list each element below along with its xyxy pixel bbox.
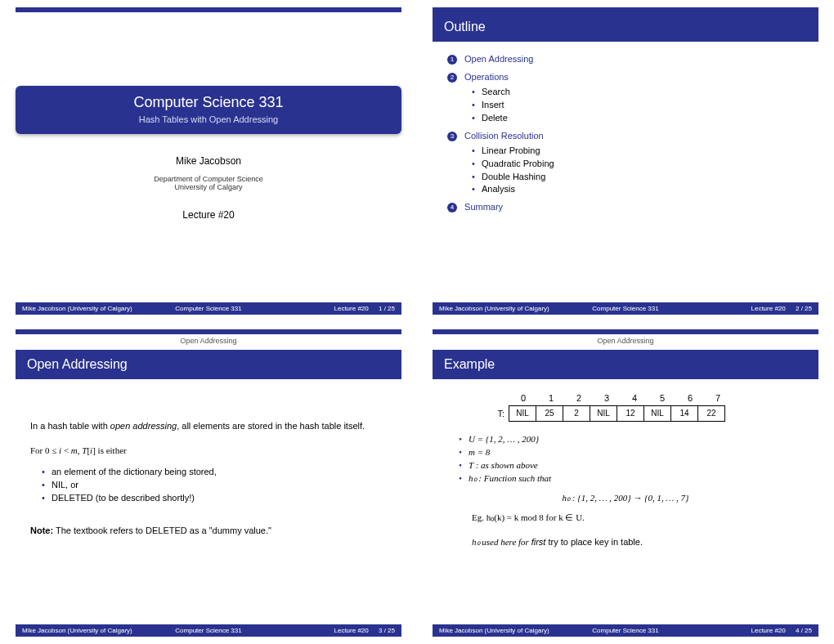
math-display: h₀ : {1, 2, … , 200} → {0, 1, … , 7}	[447, 492, 804, 505]
table-cell: 12	[617, 405, 644, 422]
footer-lecture: Lecture #20	[334, 305, 368, 312]
table-cell: 25	[536, 405, 563, 422]
closing-line: h₀ used here for first try to place key …	[472, 536, 804, 549]
enum-badge: 3	[447, 132, 457, 141]
outline-subitem: Double Hashing	[472, 171, 804, 184]
list-item: NIL, or	[42, 479, 387, 492]
footer-bar: Mike Jacobson (University of Calgary) Co…	[433, 302, 818, 315]
col-index: 0	[509, 392, 537, 405]
footer-page: 3 / 25	[379, 627, 395, 634]
section-heading: Outline	[433, 12, 818, 42]
table-cell: 2	[563, 405, 590, 422]
footer-page: 2 / 25	[796, 305, 812, 312]
enum-badge: 2	[447, 73, 457, 83]
course-title: Computer Science 331	[29, 94, 388, 111]
outline-list: 1 Open Addressing 2 Operations Search In…	[447, 53, 804, 214]
title-card: Computer Science 331 Hash Tables with Op…	[16, 86, 401, 134]
footer-course: Computer Science 331	[146, 627, 271, 634]
table-cell: 22	[697, 405, 725, 422]
list-item: an element of the dictionary being store…	[42, 466, 387, 479]
slide-open-addressing: Open Addressing Open Addressing In a has…	[0, 322, 417, 644]
footer-course: Computer Science 331	[563, 627, 688, 634]
breadcrumb: Open Addressing	[1, 334, 416, 350]
footer-bar: Mike Jacobson (University of Calgary) Co…	[16, 302, 401, 315]
slide-outline: Outline 1 Open Addressing 2 Operations S…	[417, 0, 834, 322]
footer-author: Mike Jacobson (University of Calgary)	[22, 305, 146, 312]
department-line-2: University of Calgary	[1, 183, 416, 191]
table-cell: 14	[670, 405, 698, 422]
breadcrumb: Open Addressing	[418, 334, 833, 350]
paragraph: In a hash table with open addressing, al…	[30, 420, 387, 433]
footer-author: Mike Jacobson (University of Calgary)	[439, 627, 563, 634]
list-item: DELETED (to be described shortly!)	[42, 492, 387, 505]
col-index: 2	[565, 392, 593, 405]
course-subtitle: Hash Tables with Open Addressing	[29, 114, 388, 124]
col-index: 7	[704, 392, 732, 405]
outline-subitem: Analysis	[472, 183, 804, 196]
list-item: U = {1, 2, … , 200}	[459, 433, 804, 446]
slide-title: Computer Science 331 Hash Tables with Op…	[0, 0, 417, 322]
outline-subitem: Insert	[472, 99, 804, 112]
outline-item: 4 Summary	[447, 201, 804, 214]
outline-label: Summary	[464, 202, 503, 212]
col-index: 5	[648, 392, 676, 405]
table-cell: NIL	[509, 405, 536, 422]
list-item: T : as shown above	[459, 459, 804, 472]
list-item: m = 8	[459, 446, 804, 459]
table-cell: NIL	[590, 405, 617, 422]
outline-item: 2 Operations Search Insert Delete	[447, 71, 804, 125]
footer-page: 4 / 25	[796, 627, 812, 634]
lecture-number: Lecture #20	[1, 209, 416, 221]
footer-author: Mike Jacobson (University of Calgary)	[22, 627, 146, 634]
col-index: 1	[537, 392, 565, 405]
hash-table-diagram: 0 1 2 3 4 5 6 7 T: NIL 25 2 NIL 12 NIL	[488, 392, 804, 422]
example-line: Eg. h₀(k) = k mod 8 for k ∈ U.	[472, 512, 804, 525]
col-index: 6	[676, 392, 704, 405]
footer-lecture: Lecture #20	[751, 627, 785, 634]
section-heading: Example	[433, 350, 818, 379]
slide-example: Open Addressing Example 0 1 2 3 4 5 6 7 …	[417, 322, 834, 644]
outline-subitem: Linear Probing	[472, 145, 804, 158]
footer-lecture: Lecture #20	[751, 305, 785, 312]
outline-item: 3 Collision Resolution Linear Probing Qu…	[447, 130, 804, 197]
col-index: 3	[593, 392, 621, 405]
paragraph: For 0 ≤ i < m, T[i] is either	[30, 445, 387, 458]
outline-label: Collision Resolution	[464, 131, 544, 141]
footer-page: 1 / 25	[379, 305, 395, 312]
list-item: h₀ : Function such that	[459, 472, 804, 485]
outline-subitem: Search	[472, 86, 804, 99]
footer-bar: Mike Jacobson (University of Calgary) Co…	[16, 624, 401, 637]
footer-lecture: Lecture #20	[334, 627, 368, 634]
col-index: 4	[621, 392, 648, 405]
author-name: Mike Jacobson	[1, 155, 416, 167]
enum-badge: 4	[447, 203, 457, 212]
outline-label: Operations	[464, 72, 509, 82]
top-rule	[16, 7, 401, 12]
footer-course: Computer Science 331	[146, 305, 271, 312]
author-block: Mike Jacobson Department of Computer Sci…	[1, 155, 416, 221]
outline-item: 1 Open Addressing	[447, 53, 804, 66]
footer-course: Computer Science 331	[563, 305, 688, 312]
outline-subitem: Delete	[472, 112, 804, 125]
section-heading: Open Addressing	[16, 350, 401, 379]
table-cell: NIL	[643, 405, 671, 422]
table-label: T:	[488, 405, 509, 422]
department-line-1: Department of Computer Science	[1, 175, 416, 183]
enum-badge: 1	[447, 55, 457, 65]
outline-subitem: Quadratic Probing	[472, 158, 804, 171]
note: Note: The textbook refers to DELETED as …	[30, 525, 387, 538]
footer-bar: Mike Jacobson (University of Calgary) Co…	[433, 624, 818, 637]
footer-author: Mike Jacobson (University of Calgary)	[439, 305, 563, 312]
outline-label: Open Addressing	[464, 54, 533, 64]
